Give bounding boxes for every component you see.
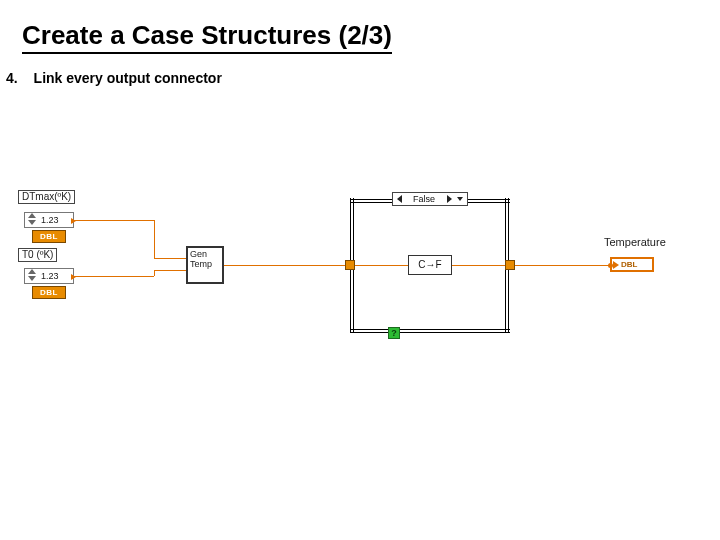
dbl-type-badge: DBL [621,260,637,269]
t0-label: T0 (ºK) [18,248,57,262]
case-next-button[interactable] [443,193,455,205]
case-selector[interactable]: False [392,192,468,206]
case-structure[interactable]: False C→F ? [350,198,510,333]
chevron-right-icon [447,195,452,203]
wire [224,265,350,266]
spinner-icon[interactable] [26,213,38,227]
case-selector-label: False [405,194,443,204]
dropdown-icon[interactable] [457,197,463,201]
wire [74,276,154,277]
wire [452,265,505,266]
wire [154,270,186,271]
temperature-label: Temperature [604,236,666,248]
input-terminal-icon [613,261,619,269]
spinner-icon[interactable] [26,269,38,283]
block-diagram: DTmax(ºK) 1.23 DBL T0 (ºK) 1.23 DBL Gen … [10,190,710,380]
step-text: Link every output connector [34,70,222,86]
wire [74,220,154,221]
output-tunnel[interactable] [505,260,515,270]
case-prev-button[interactable] [393,193,405,205]
help-icon[interactable]: ? [388,327,400,339]
dbl-type-badge: DBL [32,286,66,299]
output-terminal-icon [71,274,76,280]
input-tunnel[interactable] [345,260,355,270]
chevron-left-icon [396,195,401,203]
t0-value: 1.23 [41,271,59,281]
wire [154,258,186,259]
wire [355,265,408,266]
temperature-indicator[interactable]: DBL [610,257,654,272]
dtmax-label: DTmax(ºK) [18,190,75,204]
wire [154,220,155,258]
t0-numeric-control[interactable]: 1.23 [24,268,74,284]
c-to-f-function[interactable]: C→F [408,255,452,275]
dtmax-numeric-control[interactable]: 1.23 [24,212,74,228]
wire-junction-icon [608,263,613,268]
page-title: Create a Case Structures (2/3) [22,20,392,54]
instruction-step: 4. Link every output connector [6,70,222,86]
output-terminal-icon [71,218,76,224]
gen-temp-subvi[interactable]: Gen Temp [186,246,224,284]
dbl-type-badge: DBL [32,230,66,243]
step-number: 4. [6,70,18,86]
wire [515,265,610,266]
dtmax-value: 1.23 [41,215,59,225]
